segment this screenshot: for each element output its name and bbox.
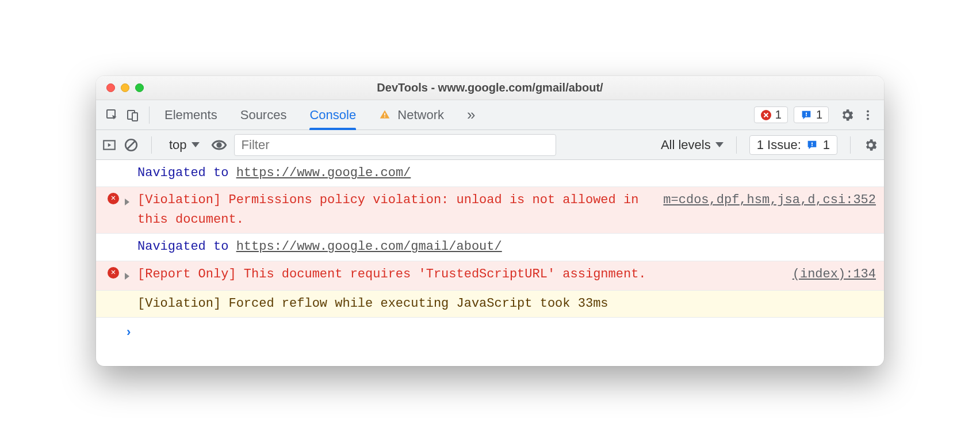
svg-rect-2 [132,113,137,121]
devtools-window: DevTools - www.google.com/gmail/about/ E… [96,76,884,366]
svg-point-9 [867,114,869,116]
svg-rect-4 [384,116,385,117]
tab-network-label: Network [397,108,444,122]
nav-url[interactable]: https://www.google.com/gmail/about/ [236,239,502,254]
error-icon: ✕ [108,193,119,204]
divider [850,136,851,154]
tab-elements[interactable]: Elements [164,101,217,129]
inspect-icon[interactable] [102,105,122,125]
context-label: top [169,138,187,153]
log-navigation: Navigated to https://www.google.com/ [96,160,884,187]
svg-point-10 [867,117,869,120]
window-title: DevTools - www.google.com/gmail/about/ [96,81,884,94]
log-levels-selector[interactable]: All levels [661,138,723,153]
live-expression-icon[interactable] [211,137,227,153]
issue-icon [806,139,818,151]
svg-rect-3 [384,113,385,115]
divider [736,136,737,154]
titlebar: DevTools - www.google.com/gmail/about/ [96,76,884,100]
device-toggle-icon[interactable] [122,105,143,125]
svg-rect-7 [806,115,807,116]
error-count: 1 [775,108,782,121]
chevron-down-icon [715,142,723,147]
nav-prefix: Navigated to [137,239,236,254]
error-icon [760,109,772,121]
filter-field[interactable] [234,134,556,156]
svg-rect-6 [806,112,807,115]
filter-input[interactable] [242,138,549,153]
issues-button[interactable]: 1 Issue: 1 [749,135,837,155]
clear-console-icon[interactable] [124,138,139,153]
more-tabs[interactable]: » [467,99,475,131]
toggle-sidebar-icon[interactable] [102,138,117,153]
console-settings-icon[interactable] [863,138,878,153]
svg-rect-14 [811,142,813,144]
log-navigation: Navigated to https://www.google.com/gmai… [96,234,884,261]
log-violation: [Violation] Forced reflow while executin… [96,291,884,318]
error-icon: ✕ [108,267,119,279]
expand-arrow-icon[interactable] [125,273,129,280]
error-count-pill[interactable]: 1 [754,106,788,123]
levels-label: All levels [661,138,711,153]
settings-icon[interactable] [837,105,858,125]
violation-message: [Violation] Forced reflow while executin… [137,294,876,314]
divider [151,136,152,154]
svg-point-8 [867,110,869,112]
tab-network[interactable]: Network [379,101,444,129]
chevron-down-icon [192,142,200,147]
issue-count-pill[interactable]: 1 [794,106,829,123]
context-selector[interactable]: top [164,135,204,155]
error-message: [Report Only] This document requires 'Tr… [137,265,781,284]
issue-icon [800,109,813,121]
svg-rect-15 [811,145,813,146]
issues-count: 1 [823,138,830,153]
warning-icon [379,108,394,122]
tab-console[interactable]: Console [309,101,356,129]
tab-sources[interactable]: Sources [240,101,287,129]
source-link[interactable]: (index):134 [793,265,876,284]
tabs: Elements Sources Console Network » [164,99,475,131]
issues-label: 1 Issue: [757,138,801,153]
status-counts: 1 1 [754,106,829,123]
console-toolbar: top All levels 1 Issue: 1 [96,130,884,160]
nav-url[interactable]: https://www.google.com/ [236,166,411,180]
console-log: Navigated to https://www.google.com/ ✕ [… [96,160,884,366]
svg-point-13 [216,142,221,147]
error-message: [Violation] Permissions policy violation… [137,190,652,230]
divider [149,106,150,124]
issue-count: 1 [816,108,822,121]
expand-arrow-icon[interactable] [125,199,129,205]
prompt-chevron-icon: › [125,326,132,340]
log-error[interactable]: ✕ [Report Only] This document requires '… [96,261,884,291]
kebab-menu-icon[interactable] [858,105,878,125]
main-tabbar: Elements Sources Console Network » [96,100,884,130]
log-error[interactable]: ✕ [Violation] Permissions policy violati… [96,187,884,234]
nav-prefix: Navigated to [137,166,236,180]
console-prompt[interactable]: › [96,318,884,366]
source-link[interactable]: m=cdos,dpf,hsm,jsa,d,csi:352 [663,190,876,210]
